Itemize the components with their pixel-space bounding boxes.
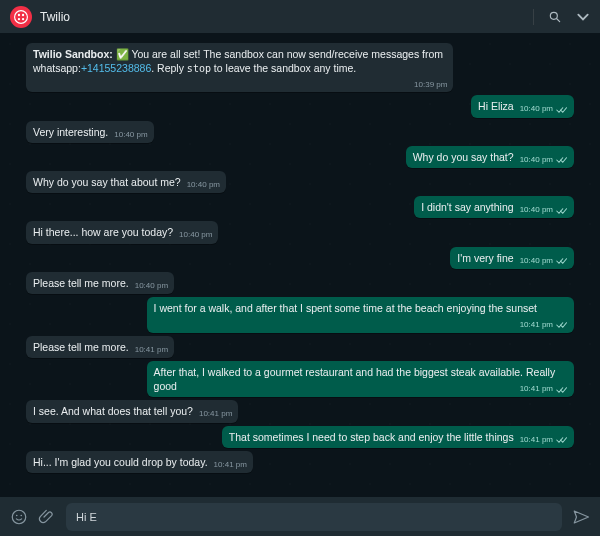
message-bubble[interactable]: Hi there... how are you today?10:40 pm bbox=[26, 221, 218, 243]
message-outgoing: I didn't say anything10:40 pm bbox=[26, 196, 574, 218]
message-time: 10:41 pm bbox=[214, 460, 247, 471]
read-ticks-icon bbox=[556, 106, 568, 114]
message-outgoing: I'm very fine10:40 pm bbox=[26, 247, 574, 269]
header-divider bbox=[533, 9, 534, 25]
message-bubble[interactable]: After that, I walked to a gourmet restau… bbox=[147, 361, 574, 397]
message-bubble[interactable]: That sometimes I need to step back and e… bbox=[222, 426, 574, 448]
message-meta: 10:41 pm bbox=[520, 384, 568, 395]
message-incoming: Why do you say that about me?10:40 pm bbox=[26, 171, 574, 193]
message-outgoing: That sometimes I need to step back and e… bbox=[26, 426, 574, 448]
search-button[interactable] bbox=[548, 10, 562, 24]
menu-button[interactable] bbox=[576, 10, 590, 24]
message-incoming: Please tell me more.10:40 pm bbox=[26, 272, 574, 294]
read-ticks-icon bbox=[556, 207, 568, 215]
message-bubble[interactable]: Please tell me more.10:40 pm bbox=[26, 272, 174, 294]
message-text: Why do you say that? bbox=[413, 151, 514, 163]
message-time: 10:41 pm bbox=[199, 409, 232, 420]
message-text: I didn't say anything bbox=[421, 201, 513, 213]
message-meta: 10:40 pm bbox=[520, 155, 568, 166]
message-meta: 10:40 pm bbox=[135, 281, 168, 292]
svg-point-7 bbox=[12, 510, 26, 524]
message-outgoing: Why do you say that?10:40 pm bbox=[26, 146, 574, 168]
message-bubble[interactable]: I'm very fine10:40 pm bbox=[450, 247, 574, 269]
message-text: I went for a walk, and after that I spen… bbox=[154, 302, 537, 314]
phone-link[interactable]: +14155238886 bbox=[81, 62, 151, 74]
code-text: stop bbox=[187, 63, 211, 74]
svg-point-1 bbox=[18, 13, 20, 15]
message-incoming: Hi... I'm glad you could drop by today.1… bbox=[26, 451, 574, 473]
message-outgoing: After that, I walked to a gourmet restau… bbox=[26, 361, 574, 397]
message-meta: 10:40 pm bbox=[114, 130, 147, 141]
message-outgoing: Hi Eliza10:40 pm bbox=[26, 95, 574, 117]
read-ticks-icon bbox=[556, 386, 568, 394]
message-outgoing: I went for a walk, and after that I spen… bbox=[26, 297, 574, 333]
message-text: I'm very fine bbox=[457, 252, 513, 264]
chat-scroll-area[interactable]: Twilio Sandbox: ✅ You are all set! The s… bbox=[0, 34, 600, 496]
message-bubble[interactable]: Why do you say that?10:40 pm bbox=[406, 146, 574, 168]
svg-point-5 bbox=[550, 12, 557, 19]
message-bubble[interactable]: Hi Eliza10:40 pm bbox=[471, 95, 574, 117]
message-bubble[interactable]: Please tell me more.10:41 pm bbox=[26, 336, 174, 358]
message-incoming: I see. And what does that tell you?10:41… bbox=[26, 400, 574, 422]
message-incoming: Very interesting.10:40 pm bbox=[26, 121, 574, 143]
message-bubble[interactable]: I went for a walk, and after that I spen… bbox=[147, 297, 574, 333]
emoji-button[interactable] bbox=[10, 508, 28, 526]
message-bubble[interactable]: Hi... I'm glad you could drop by today.1… bbox=[26, 451, 253, 473]
svg-point-2 bbox=[22, 13, 24, 15]
send-button[interactable] bbox=[572, 508, 590, 526]
svg-point-3 bbox=[18, 17, 20, 19]
message-meta: 10:41 pm bbox=[135, 345, 168, 356]
message-text: Hi... I'm glad you could drop by today. bbox=[33, 456, 208, 468]
svg-point-0 bbox=[15, 10, 28, 23]
message-text: Hi there... how are you today? bbox=[33, 226, 173, 238]
message-text: Hi Eliza bbox=[478, 100, 514, 112]
message-bubble[interactable]: I didn't say anything10:40 pm bbox=[414, 196, 574, 218]
svg-line-6 bbox=[557, 18, 560, 21]
read-ticks-icon bbox=[556, 257, 568, 265]
check-emoji-icon: ✅ bbox=[116, 48, 129, 60]
message-time: 10:40 pm bbox=[114, 130, 147, 141]
message-bubble[interactable]: Why do you say that about me?10:40 pm bbox=[26, 171, 226, 193]
message-incoming: Please tell me more.10:41 pm bbox=[26, 336, 574, 358]
attach-button[interactable] bbox=[38, 508, 56, 526]
send-icon bbox=[572, 508, 590, 526]
message-time: 10:41 pm bbox=[520, 320, 553, 331]
message-meta: 10:41 pm bbox=[214, 460, 247, 471]
svg-point-8 bbox=[16, 514, 18, 516]
message-meta: 10:40 pm bbox=[520, 104, 568, 115]
message-time: 10:40 pm bbox=[520, 104, 553, 115]
message-text: Why do you say that about me? bbox=[33, 176, 181, 188]
message-bubble[interactable]: I see. And what does that tell you?10:41… bbox=[26, 400, 238, 422]
header-actions bbox=[533, 9, 590, 25]
message-incoming: Hi there... how are you today?10:40 pm bbox=[26, 221, 574, 243]
message-text: to leave the sandbox any time. bbox=[211, 62, 356, 74]
message-text: Please tell me more. bbox=[33, 277, 129, 289]
search-icon bbox=[548, 10, 562, 24]
message-time: 10:40 pm bbox=[520, 155, 553, 166]
contact-avatar[interactable] bbox=[10, 6, 32, 28]
svg-point-9 bbox=[20, 514, 22, 516]
message-text: Please tell me more. bbox=[33, 341, 129, 353]
message-time: 10:40 pm bbox=[520, 256, 553, 267]
chat-header: Twilio bbox=[0, 0, 600, 34]
message-time: 10:41 pm bbox=[520, 384, 553, 395]
message-time: 10:40 pm bbox=[135, 281, 168, 292]
composer-bar bbox=[0, 496, 600, 536]
message-bubble[interactable]: Twilio Sandbox: ✅ You are all set! The s… bbox=[26, 43, 453, 92]
message-bubble[interactable]: Very interesting.10:40 pm bbox=[26, 121, 154, 143]
twilio-logo-icon bbox=[14, 10, 28, 24]
message-text: I see. And what does that tell you? bbox=[33, 405, 193, 417]
message-meta: 10:40 pm bbox=[179, 230, 212, 241]
message-meta: 10:40 pm bbox=[187, 180, 220, 191]
message-incoming: Twilio Sandbox: ✅ You are all set! The s… bbox=[26, 43, 574, 92]
contact-title[interactable]: Twilio bbox=[40, 10, 533, 24]
read-ticks-icon bbox=[556, 321, 568, 329]
message-text: Very interesting. bbox=[33, 126, 108, 138]
message-text: That sometimes I need to step back and e… bbox=[229, 431, 514, 443]
message-input-wrap bbox=[66, 503, 562, 531]
paperclip-icon bbox=[38, 508, 56, 526]
message-time: 10:41 pm bbox=[135, 345, 168, 356]
message-input[interactable] bbox=[76, 511, 552, 523]
message-meta: 10:41 pm bbox=[199, 409, 232, 420]
read-ticks-icon bbox=[556, 436, 568, 444]
